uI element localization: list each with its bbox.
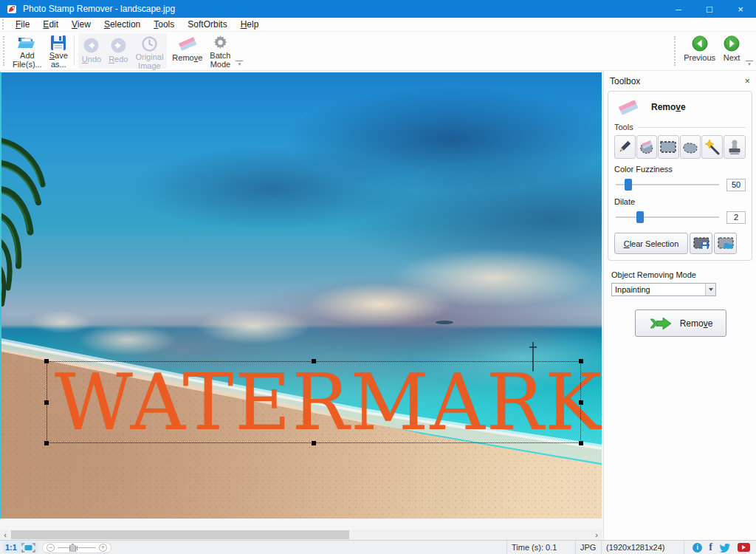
load-selection-icon (717, 236, 735, 250)
processing-time-cell: Time (s): 0.1 (506, 541, 575, 554)
floppy-disk-icon (50, 34, 66, 51)
removing-mode-select[interactable]: Inpainting (611, 283, 716, 296)
add-files-button[interactable]: Add File(s)... (9, 32, 46, 70)
window-title: Photo Stamp Remover - landscape.jpg (23, 4, 663, 14)
next-arrow-icon (723, 34, 740, 53)
marker-tool-button[interactable] (614, 135, 636, 159)
toolbar-overflow-button[interactable]: ▾ (236, 61, 243, 66)
distant-island (436, 321, 453, 324)
zoom-slider-thumb[interactable] (69, 544, 76, 552)
remove-run-button[interactable]: Remove (635, 310, 726, 337)
twitter-icon[interactable] (719, 543, 731, 553)
rectangle-selection-icon (659, 140, 677, 154)
freehand-select-tool-button[interactable] (680, 135, 701, 159)
menu-bar: File Edit View Selection Tools SoftOrbit… (0, 18, 756, 32)
pencil-icon (616, 139, 633, 155)
zoom-in-button[interactable]: + (99, 544, 107, 552)
eraser-icon (177, 34, 198, 53)
photo-landscape: WATERMARK (0, 72, 602, 519)
save-selection-icon (693, 236, 710, 250)
menu-selection[interactable]: Selection (97, 18, 147, 30)
dilate-thumb[interactable] (636, 211, 644, 223)
color-fuzziness-label: Color Fuzziness (614, 165, 746, 174)
selection-handle-sw[interactable] (44, 441, 49, 445)
clear-selection-button[interactable]: Clear Selection (614, 233, 688, 254)
color-fuzziness-row: 50 (614, 178, 746, 191)
magic-wand-tool-button[interactable] (701, 135, 723, 159)
horizontal-scrollbar[interactable]: ‹ › (0, 530, 602, 540)
eraser-icon (617, 99, 639, 115)
redo-icon (110, 35, 127, 55)
minimize-button[interactable]: – (663, 0, 694, 18)
save-as-button[interactable]: Save as... (46, 32, 72, 70)
palm-tree-silhouette (0, 120, 65, 319)
selection-handle-nw[interactable] (44, 359, 49, 363)
color-fuzziness-thumb[interactable] (625, 179, 632, 191)
dilate-value[interactable]: 2 (726, 211, 746, 224)
app-icon (7, 4, 17, 14)
menu-help[interactable]: Help (234, 18, 266, 30)
color-fuzziness-slider[interactable] (614, 178, 721, 191)
scrollbar-thumb[interactable] (11, 530, 349, 539)
tools-legend: Tools (614, 123, 746, 131)
load-selection-button[interactable] (714, 233, 737, 254)
dilate-slider[interactable] (614, 211, 721, 224)
scroll-right-arrow[interactable]: › (591, 530, 602, 540)
gear-icon (212, 34, 229, 51)
youtube-icon[interactable] (738, 543, 750, 552)
selection-handle-w[interactable] (44, 400, 49, 405)
zoom-slider[interactable] (58, 544, 96, 552)
selection-handle-se[interactable] (579, 441, 583, 445)
menu-edit[interactable]: Edit (36, 18, 65, 30)
undo-button[interactable]: Undo (78, 33, 105, 69)
selection-handle-n[interactable] (312, 359, 316, 363)
info-icon[interactable]: i (693, 543, 702, 553)
statusbar-icons: i f (684, 541, 756, 554)
original-image-button[interactable]: Original Image (131, 33, 167, 69)
save-selection-button[interactable] (690, 233, 712, 254)
dilate-label: Dilate (614, 197, 746, 206)
next-button[interactable]: Next (719, 32, 744, 70)
rectangle-select-tool-button[interactable] (658, 135, 679, 159)
selection-handle-ne[interactable] (579, 359, 583, 363)
eraser-select-tool-button[interactable] (636, 135, 658, 159)
nav-overflow-button[interactable]: ▾ (746, 61, 753, 66)
color-fuzziness-value[interactable]: 50 (726, 179, 746, 191)
remove-section-label: Remove (651, 102, 686, 112)
chevron-down-icon[interactable] (705, 284, 715, 295)
removing-mode-value: Inpainting (612, 285, 705, 294)
open-folder-icon (17, 34, 37, 51)
title-bar: Photo Stamp Remover - landscape.jpg – □ … (0, 0, 756, 18)
batch-mode-button[interactable]: Batch Mode (206, 32, 234, 70)
maximize-button[interactable]: □ (694, 0, 725, 18)
menu-view[interactable]: View (65, 18, 97, 30)
nav-grip (674, 36, 678, 66)
selection-marquee[interactable] (47, 361, 581, 443)
close-button[interactable]: × (725, 0, 756, 18)
zoom-actual-button[interactable]: 1:1 (5, 543, 17, 552)
selection-actions-row: Clear Selection (614, 233, 746, 254)
zoom-out-button[interactable]: − (47, 544, 55, 552)
magic-wand-icon (704, 139, 721, 156)
toolbar: Add File(s)... Save as... U (0, 32, 756, 71)
menu-softorbits[interactable]: SoftOrbits (181, 18, 233, 30)
lasso-selection-icon (681, 140, 699, 155)
image-canvas[interactable]: WATERMARK ‹ › (0, 71, 603, 540)
menu-tools[interactable]: Tools (147, 18, 181, 30)
toolbox-close-icon[interactable]: × (744, 75, 750, 86)
toolbar-separator (74, 36, 75, 66)
remove-mode-button[interactable]: Remove (168, 32, 206, 70)
menu-file[interactable]: File (9, 18, 36, 30)
selection-handle-s[interactable] (312, 441, 316, 445)
fit-to-screen-icon[interactable] (21, 543, 35, 553)
facebook-icon[interactable]: f (709, 541, 712, 553)
scroll-left-arrow[interactable]: ‹ (0, 530, 10, 540)
status-bar: 1:1 − + Time (s): 0.1 JPG (1920x1281x24)… (0, 540, 756, 554)
remove-section-header: Remove (617, 99, 746, 115)
toolbox-title: Toolbox (610, 76, 640, 86)
redo-button[interactable]: Redo (105, 33, 131, 69)
selection-handle-e[interactable] (579, 400, 583, 405)
clone-stamp-tool-button[interactable] (724, 135, 746, 159)
previous-button[interactable]: Previous (680, 32, 719, 70)
undo-icon (83, 35, 100, 55)
